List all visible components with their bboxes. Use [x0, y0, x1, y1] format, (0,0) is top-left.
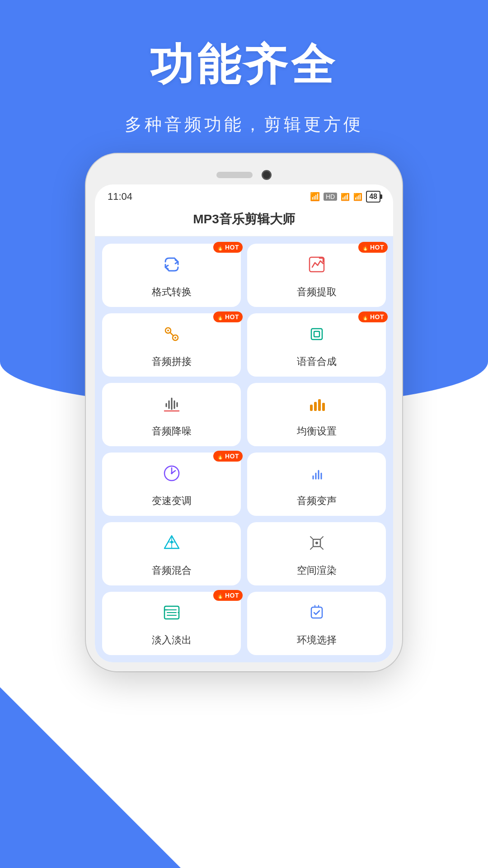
spatial-render-label: 空间渲染 — [297, 564, 337, 577]
audio-mix-label: 音频混合 — [152, 564, 192, 577]
signal-icon-2: 📶 — [353, 193, 362, 201]
feature-grid-container: HOT 格式转换 HOT — [95, 236, 393, 662]
hot-badge-fade: HOT — [213, 590, 243, 601]
voice-compose-label: 语音合成 — [297, 355, 337, 368]
hot-badge-extract: HOT — [358, 242, 388, 253]
status-time: 11:04 — [108, 191, 132, 203]
hot-badge-splice: HOT — [213, 311, 243, 322]
env-icon — [307, 603, 327, 629]
svg-rect-18 — [318, 399, 321, 411]
phone-screen: 11:04 📶 HD 📶 📶 48 MP3音乐剪辑大师 HOT — [95, 184, 393, 662]
svg-point-29 — [170, 541, 173, 543]
svg-rect-9 — [314, 331, 319, 337]
grid-item-speed-pitch[interactable]: HOT 变速变调 — [102, 453, 241, 516]
extract-icon — [307, 255, 327, 281]
hero-section: 功能齐全 多种音频功能，剪辑更方便 — [0, 36, 488, 136]
svg-point-21 — [171, 472, 173, 474]
fade-inout-label: 淡入淡出 — [152, 633, 192, 647]
phone-mockup: 11:04 📶 HD 📶 📶 48 MP3音乐剪辑大师 HOT — [86, 154, 402, 671]
grid-item-noise-reduce[interactable]: 音频降噪 — [102, 383, 241, 446]
svg-point-35 — [315, 542, 318, 544]
compose-icon — [307, 324, 327, 350]
phone-speaker — [216, 172, 253, 178]
speed-icon — [162, 463, 182, 490]
svg-line-34 — [310, 547, 313, 549]
equalizer-icon — [307, 394, 327, 420]
svg-rect-19 — [322, 403, 325, 411]
svg-rect-16 — [310, 405, 313, 411]
background-triangle — [0, 687, 181, 868]
fade-icon — [162, 603, 182, 629]
grid-item-audio-splice[interactable]: HOT 音频拼接 — [102, 313, 241, 377]
hot-badge-format: HOT — [213, 242, 243, 253]
noise-icon — [162, 394, 182, 420]
svg-line-33 — [320, 547, 323, 549]
equalizer-label: 均衡设置 — [297, 425, 337, 438]
grid-item-env-select[interactable]: 环境选择 — [247, 592, 386, 655]
status-icons: 📶 HD 📶 📶 48 — [310, 191, 380, 203]
spatial-icon — [307, 533, 327, 559]
signal-icon-1: 📶 — [341, 193, 350, 201]
grid-item-voice-compose[interactable]: HOT 语音合成 — [247, 313, 386, 377]
svg-point-7 — [174, 337, 176, 339]
svg-rect-40 — [311, 607, 322, 618]
phone-body: 11:04 📶 HD 📶 📶 48 MP3音乐剪辑大师 HOT — [86, 154, 402, 671]
hot-badge-compose: HOT — [358, 311, 388, 322]
grid-item-spatial-render[interactable]: 空间渲染 — [247, 522, 386, 585]
grid-item-format-convert[interactable]: HOT 格式转换 — [102, 244, 241, 307]
svg-rect-8 — [311, 329, 322, 340]
grid-item-audio-mix[interactable]: 音频混合 — [102, 522, 241, 585]
voicechange-icon — [307, 463, 327, 490]
phone-top-bar — [95, 163, 393, 184]
hd-badge: HD — [324, 193, 337, 201]
svg-line-5 — [170, 333, 173, 335]
hero-subtitle: 多种音频功能，剪辑更方便 — [0, 113, 488, 136]
audio-extract-label: 音频提取 — [297, 285, 337, 299]
splice-icon — [162, 324, 182, 350]
mix-icon — [162, 533, 182, 559]
format-convert-label: 格式转换 — [152, 285, 192, 299]
grid-item-equalizer[interactable]: 均衡设置 — [247, 383, 386, 446]
feature-grid: HOT 格式转换 HOT — [102, 244, 386, 655]
speed-pitch-label: 变速变调 — [152, 494, 192, 508]
app-title: MP3音乐剪辑大师 — [95, 206, 393, 236]
voice-change-label: 音频变声 — [297, 494, 337, 508]
svg-point-6 — [167, 330, 169, 331]
phone-camera — [262, 170, 272, 180]
audio-splice-label: 音频拼接 — [152, 355, 192, 368]
wifi-icon: 📶 — [310, 192, 320, 202]
grid-item-fade-inout[interactable]: HOT — [102, 592, 241, 655]
grid-item-audio-extract[interactable]: HOT 音频提取 — [247, 244, 386, 307]
battery-indicator: 48 — [366, 191, 380, 203]
hot-badge-speed: HOT — [213, 451, 243, 462]
noise-reduce-label: 音频降噪 — [152, 425, 192, 438]
convert-icon — [162, 255, 182, 281]
svg-line-31 — [310, 537, 313, 539]
status-bar: 11:04 📶 HD 📶 📶 48 — [95, 184, 393, 206]
grid-item-voice-change[interactable]: 音频变声 — [247, 453, 386, 516]
hero-title: 功能齐全 — [0, 36, 488, 95]
svg-rect-17 — [314, 402, 317, 411]
env-select-label: 环境选择 — [297, 633, 337, 647]
svg-line-32 — [320, 537, 323, 539]
